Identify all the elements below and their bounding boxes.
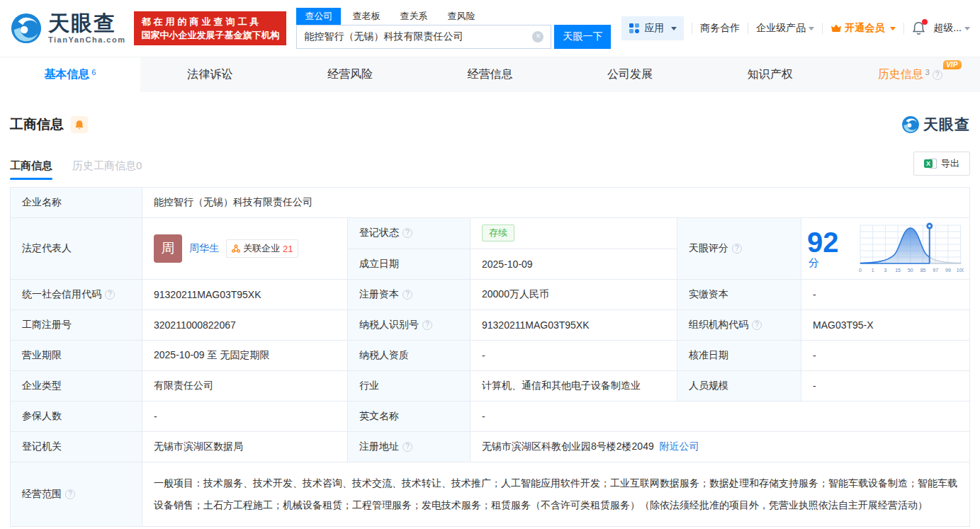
slogan-line2: 国家中小企业发展子基金旗下机构 — [141, 28, 279, 42]
field-label-organization-code: 组织机构代码 — [677, 310, 801, 341]
excel-icon — [924, 158, 937, 169]
table-row: 统一社会信用代码 91320211MAG03T95XK 注册资本 20000万人… — [11, 280, 970, 310]
tab-intellectual-property[interactable]: 知识产权 — [700, 57, 840, 92]
vip-label: 开通会员 — [845, 22, 884, 35]
logo-title: 天眼查 — [48, 13, 125, 34]
avatar[interactable]: 周 — [154, 234, 182, 263]
field-value-company-name: 能控智行（无锡）科技有限责任公司 — [142, 188, 970, 218]
field-value-taxpayer-qualification: - — [471, 341, 677, 371]
field-label-company-name: 企业名称 — [11, 188, 142, 218]
tab-label: 基本信息 — [44, 67, 89, 82]
svg-text:1: 1 — [872, 268, 874, 273]
apps-menu[interactable]: 应用 — [621, 16, 684, 40]
field-label-taxpayer-id: 纳税人识别号 — [348, 310, 471, 341]
menu-enterprise-products[interactable]: 企业级产品 — [756, 22, 814, 35]
help-icon[interactable] — [105, 290, 115, 300]
search-tab-relation[interactable]: 查关系 — [391, 8, 436, 25]
table-row: 工商注册号 320211000822067 纳税人识别号 91320211MAG… — [11, 310, 970, 341]
help-icon[interactable] — [402, 228, 412, 238]
nearby-companies-link[interactable]: 附近公司 — [660, 440, 699, 452]
search-button[interactable]: 天眼一下 — [554, 25, 611, 49]
help-icon[interactable] — [402, 290, 412, 300]
section-title: 工商信息 — [10, 115, 64, 134]
clear-search-icon[interactable] — [532, 31, 543, 42]
search-tab-boss[interactable]: 查老板 — [344, 8, 388, 25]
help-icon[interactable] — [402, 442, 412, 452]
business-info-table: 企业名称 能控智行（无锡）科技有限责任公司 法定代表人 周 周华生 — [10, 187, 970, 527]
related-companies-badge[interactable]: 关联企业 21 — [226, 239, 298, 258]
field-value-tianyan-score[interactable]: 92分 — [801, 218, 970, 280]
table-row: 参保人数 - 英文名称 - — [11, 402, 970, 432]
tianyancha-logo[interactable]: 天眼查 TianYanCha.com — [10, 12, 125, 45]
subtab-history-registration[interactable]: 历史工商信息0 — [72, 159, 142, 180]
field-label-registered-capital: 注册资本 — [348, 280, 471, 310]
menu-business-coop[interactable]: 商务合作 — [700, 22, 740, 35]
svg-text:15: 15 — [896, 268, 901, 273]
search-tab-company[interactable]: 查公司 — [296, 8, 341, 25]
svg-text:50: 50 — [908, 268, 913, 273]
score-axis-ticks: 0 1 3 15 50 85 97 99 100 — [859, 268, 964, 273]
subtab-row: 工商信息 历史工商信息0 导出 — [10, 152, 970, 180]
search-box — [296, 25, 551, 49]
chevron-down-icon — [964, 27, 970, 30]
search-tab-risk[interactable]: 查风险 — [439, 8, 483, 25]
field-value-registered-capital: 20000万人民币 — [471, 280, 677, 310]
tab-label: 经营风险 — [327, 67, 373, 82]
export-label: 导出 — [941, 157, 959, 170]
svg-text:100: 100 — [957, 268, 964, 273]
field-value-insured-count: - — [142, 402, 348, 432]
svg-text:0: 0 — [859, 268, 862, 273]
table-row: 登记机关 无锡市滨湖区数据局 注册地址 无锡市滨湖区科教创业园8号楼2楼2049… — [11, 432, 970, 462]
field-label-credit-code: 统一社会信用代码 — [11, 280, 142, 310]
tab-company-development[interactable]: 公司发展 — [560, 57, 700, 92]
open-vip-button[interactable]: 开通会员 — [830, 22, 896, 35]
crown-icon — [830, 23, 842, 33]
field-value-establish-date: 2025-10-09 — [471, 249, 677, 280]
related-count: 21 — [283, 244, 293, 254]
divider — [903, 23, 904, 34]
tab-history-info[interactable]: VIP 历史信息3 — [840, 57, 980, 92]
tab-business-info[interactable]: 经营信息 — [420, 57, 561, 92]
slogan-banner: 都在用的商业查询工具 国家中小企业发展子基金旗下机构 — [134, 11, 286, 45]
table-row: 营业期限 2025-10-09 至 无固定期限 纳税人资质 - 核准日期 - — [11, 341, 970, 371]
field-label-establish-date: 成立日期 — [348, 249, 471, 280]
related-label: 关联企业 — [243, 242, 280, 255]
field-label-english-name: 英文名称 — [348, 402, 471, 432]
help-icon[interactable] — [732, 244, 742, 254]
field-label-tianyan-score: 天眼评分 — [677, 218, 801, 280]
help-icon[interactable] — [65, 489, 75, 499]
company-section-tabs: 基本信息6 法律诉讼 经营风险 经营信息 公司发展 知识产权 VIP 历史信息3 — [0, 57, 980, 92]
field-value-legal-representative: 周 周华生 关联企业 21 — [142, 218, 348, 280]
field-value-company-type: 有限责任公司 — [142, 371, 348, 402]
divider — [748, 23, 748, 34]
help-icon[interactable] — [422, 320, 432, 330]
search-area: 查公司 查老板 查关系 查风险 天眼一下 — [296, 8, 611, 49]
help-icon[interactable] — [752, 320, 762, 330]
field-label-company-type: 企业类型 — [11, 371, 142, 402]
tab-legal-proceedings[interactable]: 法律诉讼 — [140, 57, 281, 92]
status-badge: 存续 — [482, 224, 514, 241]
tab-label: 经营信息 — [468, 67, 513, 82]
export-button[interactable]: 导出 — [913, 152, 970, 176]
score-distribution-chart: 0 1 3 15 50 85 97 99 100 — [856, 221, 964, 276]
bell-icon — [74, 120, 84, 130]
notifications-button[interactable] — [912, 21, 925, 35]
svg-text:99: 99 — [945, 268, 951, 273]
tab-label: 历史信息 — [878, 67, 923, 82]
relation-graph-icon — [232, 244, 240, 253]
apps-label: 应用 — [644, 22, 664, 35]
field-label-business-term: 营业期限 — [11, 341, 142, 371]
legal-representative-link[interactable]: 周华生 — [189, 242, 219, 255]
user-menu[interactable]: 超级... — [933, 22, 970, 35]
field-label-approval-date: 核准日期 — [677, 341, 801, 371]
tab-business-risk[interactable]: 经营风险 — [280, 57, 420, 92]
header-menu: 应用 商务合作 企业级产品 开通会员 超级... — [621, 16, 970, 40]
help-icon[interactable] — [933, 70, 942, 80]
field-value-organization-code: MAG03T95-X — [801, 310, 970, 341]
tab-basic-info[interactable]: 基本信息6 — [0, 57, 140, 92]
subtab-business-registration[interactable]: 工商信息 — [10, 159, 52, 180]
monitor-bell-button[interactable] — [71, 116, 88, 133]
field-value-business-term: 2025-10-09 至 无固定期限 — [142, 341, 348, 371]
search-input[interactable] — [304, 31, 532, 42]
watermark-text: 天眼查 — [923, 115, 970, 135]
